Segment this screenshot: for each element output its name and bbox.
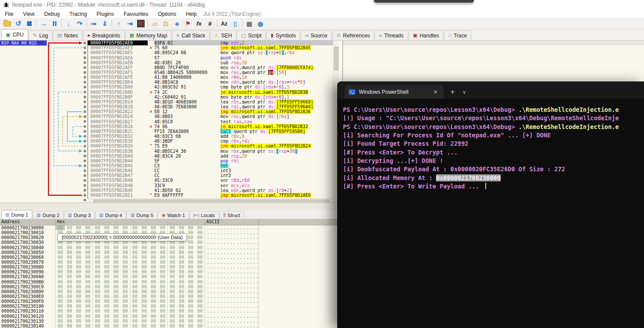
disasm-row[interactable]: 00007FFD5FBD2B445Fpop rdi (88, 158, 333, 163)
terminal-titlebar[interactable]: ›_ Windows PowerShell ✕ + ∨ (337, 81, 644, 99)
step-into-icon[interactable]: ↓ (63, 19, 74, 29)
disasm-row[interactable]: 00007FFD5FBD2B22vEB 12jmp microsoft.ui.x… (88, 109, 333, 114)
run-to-user-code-icon[interactable]: ⇥ (124, 19, 135, 29)
disasm-row[interactable]: 00007FFD5FBD2B45C3ret (88, 163, 333, 168)
tab-breakpoints[interactable]: ●Breakpoints (83, 30, 125, 40)
dump-row[interactable]: 0000021700230060000000000000000000000000… (0, 255, 337, 260)
globe-icon[interactable]: ◍ (255, 19, 266, 29)
disasm-row[interactable]: 00007FFD5FBD2B0Dv74 2Cje microsoft.ui.xa… (88, 90, 333, 95)
dump-row[interactable]: 0000021700230090000000000000000000000000… (0, 269, 337, 274)
dump-row[interactable]: 0000021700230080000000000000000000000000… (0, 265, 337, 269)
label-icon[interactable]: ◆ (171, 19, 182, 29)
tab-dropdown-icon[interactable]: ∨ (462, 89, 466, 95)
stop-icon[interactable] (24, 19, 35, 29)
tab-script[interactable]: ▢Script (237, 30, 266, 40)
disasm-row[interactable]: 00007FFD5FBD2AFE41:B8 14000000mov r8d,14 (88, 75, 333, 80)
tab-log[interactable]: ✎Log (29, 30, 52, 40)
menu-plugins[interactable]: Plugins (92, 10, 119, 18)
pause-icon[interactable] (49, 19, 60, 29)
open-file-icon[interactable] (2, 19, 13, 29)
function-icon[interactable]: fx (194, 19, 205, 29)
report-icon[interactable]: ▯ (230, 19, 241, 29)
disasm-row[interactable]: 00007FFD5FBD2B0448:8B14C8mov rdx,qword p… (88, 80, 333, 85)
disasm-row[interactable]: 00007FFD5FBD2AEA57push rdi (88, 55, 333, 60)
tab-trace[interactable]: ∴Trace (444, 30, 471, 40)
dump-row[interactable]: 0000021700230130000000000000000000000000… (0, 319, 337, 324)
disasm-row[interactable]: 00007FFD5FBD2B2Av74 06je microsoft.ui.xa… (88, 124, 333, 129)
disasm-row[interactable]: 00007FFD5FBD2B4B33C9xor ecx,ecx (88, 183, 333, 188)
dump-row[interactable]: 00000217002300B0000000000000000000000000… (0, 280, 337, 284)
disasm-row[interactable]: 00007FFD5FBD2B0842:803C02 01cmp byte ptr… (88, 85, 333, 89)
tab-watch-1[interactable]: ◉Watch 1 (158, 211, 189, 219)
trace-into-icon[interactable]: ⇓ (99, 19, 110, 29)
tab-cpu[interactable]: ▣CPU (1, 29, 28, 40)
disasm-row[interactable]: 00007FFD5FBD2B1448:8D1D 4D6B3800lea rbx,… (88, 100, 333, 104)
dump-row[interactable]: 0000021700230110000000000000000000000000… (0, 309, 337, 313)
tab-dump-2[interactable]: ▥Dump 2 (33, 211, 63, 219)
menu-options[interactable]: Options (153, 10, 181, 18)
dump-row[interactable]: 0000021700230120000000000000000000000000… (0, 314, 337, 319)
dump-row[interactable]: 00000217002300E0000000000000000000000000… (0, 294, 337, 299)
tab-symbols[interactable]: ▮Symbols (266, 30, 300, 40)
disasm-row[interactable]: 00007FFD5FBD2AE3v75 60jne microsoft.ui.x… (88, 45, 333, 50)
hash-icon[interactable]: # (205, 19, 216, 29)
tab-close-icon[interactable]: ✕ (432, 88, 439, 96)
dump-row[interactable]: 0000021700230040000000000000000000000000… (0, 245, 337, 250)
disasm-row[interactable]: 00007FFD5FBD2AEF8B0D 7FCF4F00mov ecx,dwo… (88, 65, 333, 70)
terminal-tab[interactable]: ›_ Windows PowerShell ✕ (345, 85, 443, 99)
disasm-row[interactable]: 00007FFD5FBD2B4D41:8D50 02lea edx,qword … (88, 188, 333, 193)
dump-row[interactable]: 0000021700230070000000000000000000000000… (0, 260, 337, 265)
dump-row[interactable]: 00000217002300D0000000000000000000000000… (0, 289, 337, 294)
tab-handles[interactable]: ▣Handles (409, 30, 443, 40)
dump-row[interactable]: 00000217002300F0000000000000000000000000… (0, 299, 337, 304)
disasm-row[interactable]: 00007FFD5FBD2B3B48:8B5C24 30mov rbx,qwor… (88, 148, 333, 153)
disasm-row[interactable]: 00007FFD5FBD2B1B48:8D3D 7E6B3800lea rdi,… (88, 104, 333, 109)
menu-help[interactable]: Help (181, 10, 202, 18)
disassembly-view[interactable]: 00007FFD5FBD2AE083FA 02cmp edx,200007FFD… (87, 41, 333, 198)
dump-row[interactable]: 00000217002300A0000000000000000000000000… (0, 274, 337, 279)
bookmark-icon[interactable]: ⚑ (182, 19, 194, 29)
new-tab-icon[interactable]: + (450, 88, 454, 96)
disasm-row[interactable]: 00007FFD5FBD2B2748:85C0test rax,rax (88, 119, 333, 124)
tab-dump-3[interactable]: ▥Dump 3 (64, 211, 95, 219)
disasm-row[interactable]: 00007FFD5FBD2B0F42:C60402 01mov byte ptr… (88, 95, 333, 100)
tab-references[interactable]: ⊙References (332, 30, 375, 40)
disasm-row[interactable]: 00007FFD5FBD2B2448:8B03mov rax,qword ptr… (88, 114, 333, 119)
dump-row[interactable]: 0000021700230100000000000000000000000000… (0, 304, 337, 309)
patch-icon[interactable]: ▱ (149, 19, 160, 29)
disasm-row[interactable]: 00007FFD5FBD2B51^E9 8AFFFFFFjmp microsof… (88, 193, 333, 198)
tab-memory-map[interactable]: ▦Memory Map (125, 30, 171, 40)
execute-till-return-icon[interactable]: ↑ (113, 19, 124, 29)
tab-struct[interactable]: §Struct (220, 211, 244, 219)
tab-dump-1[interactable]: ▥Dump 1 (1, 210, 32, 219)
disasm-row[interactable]: 00007FFD5FBD2B3248:83C3 08add rbx,8 (88, 134, 333, 139)
disasm-row[interactable]: 00007FFD5FBD2B4845:33C0xor r8d,r8d (88, 178, 333, 183)
disasm-row[interactable]: 00007FFD5FBD2B46CCint3 (88, 168, 333, 173)
comment-icon[interactable]: ⊡ (160, 19, 171, 29)
disasm-row[interactable]: 00007FFD5FBD2AF56548:8B0425 58000000mov … (88, 70, 333, 75)
disasm-row[interactable]: 00007FFD5FBD2B4048:83C4 20add rsp,20 (88, 154, 333, 158)
disasm-row[interactable]: 00007FFD5FBD2AE083FA 02cmp edx,2 (88, 41, 333, 45)
menu-favourites[interactable]: Favourites (119, 10, 153, 18)
menu-debug[interactable]: Debug (39, 10, 64, 18)
disasm-row[interactable]: 00007FFD5FBD2B47CCint3 (88, 173, 333, 178)
tab-call-stack[interactable]: ≡Call Stack (172, 30, 209, 40)
disasm-row[interactable]: 00007FFD5FBD2AEB48:83EC 20sub rsp,20 (88, 60, 333, 65)
run-icon[interactable]: → (38, 19, 49, 29)
restart-icon[interactable]: ↺ (13, 19, 24, 29)
dump-row[interactable]: 00000217002300C0000000000000000000000000… (0, 284, 337, 289)
tab-dump-5[interactable]: ▥Dump 5 (127, 211, 157, 219)
disasm-row[interactable]: 00007FFD5FBD2B3648:3BDFcmp rbx,rdi (88, 139, 333, 144)
dump-row[interactable]: 0000021700230140000000000000000000000000… (0, 324, 337, 328)
terminal-output[interactable]: PS C:\Users\User\source\repos\Lesson3\x6… (337, 99, 644, 326)
trace-over-icon[interactable]: ⇒ (88, 19, 99, 29)
dump-row[interactable]: 0000021700230000000000000000000000000000… (0, 225, 337, 230)
tab-seh[interactable]: ⚠SEH (210, 30, 237, 40)
animate-icon[interactable]: S (135, 19, 146, 29)
menu-view[interactable]: View (18, 10, 39, 18)
menu-tracing[interactable]: Tracing (65, 10, 92, 18)
step-over-icon[interactable]: ↷ (74, 19, 85, 29)
tab-source[interactable]: ‹›Source (301, 30, 331, 40)
calculator-icon[interactable]: ▦ (244, 19, 255, 29)
dump-row[interactable]: 0000021700230050000000000000000000000000… (0, 250, 337, 255)
